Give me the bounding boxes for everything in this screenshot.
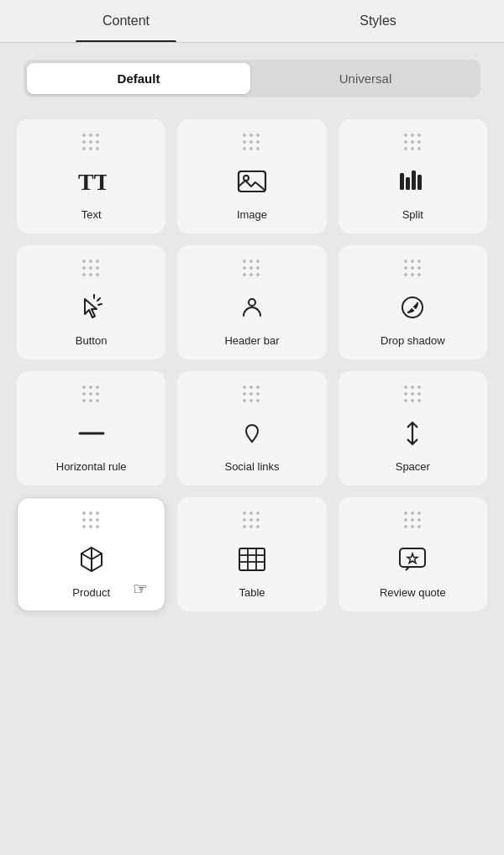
card-headerbar[interactable]: Header bar	[177, 245, 326, 359]
card-reviewquote[interactable]: Review quote	[339, 497, 487, 611]
svg-rect-6	[417, 175, 422, 190]
toggle-universal[interactable]: Universal	[254, 63, 477, 94]
card-label-split: Split	[402, 208, 423, 221]
text-icon: TT	[73, 163, 110, 200]
svg-line-18	[81, 553, 92, 559]
toggle-default[interactable]: Default	[27, 63, 250, 94]
dropshadow-icon	[394, 289, 431, 326]
component-grid: TT Text Image	[0, 111, 504, 628]
split-icon	[394, 163, 431, 200]
card-label-spacer: Spacer	[396, 460, 430, 473]
drag-handle-button	[82, 260, 100, 277]
drag-handle-split	[404, 134, 422, 151]
svg-rect-5	[412, 170, 416, 190]
drag-handle-headerbar	[243, 260, 260, 277]
hrule-icon	[73, 415, 110, 452]
drag-handle-product	[82, 511, 100, 529]
drag-handle-dropshadow	[404, 260, 422, 277]
svg-rect-3	[400, 173, 404, 190]
card-label-headerbar: Header bar	[224, 334, 279, 347]
svg-line-7	[97, 298, 100, 301]
drag-handle-reviewquote	[404, 511, 422, 529]
cursor-hand-icon: ☞	[133, 579, 148, 599]
drag-handle-table	[243, 511, 260, 529]
card-image[interactable]: Image	[177, 119, 326, 233]
card-label-image: Image	[237, 208, 267, 221]
tab-bar: Content Styles	[0, 0, 504, 43]
svg-line-17	[92, 553, 102, 559]
drag-handle-sociallinks	[243, 386, 260, 403]
svg-rect-1	[239, 171, 265, 191]
drag-handle-spacer	[404, 386, 422, 403]
sociallinks-icon	[234, 415, 270, 452]
reviewquote-icon	[394, 541, 431, 578]
drag-handle-text	[82, 134, 100, 151]
svg-rect-20	[239, 548, 265, 570]
card-label-reviewquote: Review quote	[380, 586, 446, 599]
svg-point-2	[244, 176, 249, 181]
card-dropshadow[interactable]: Drop shadow	[339, 245, 487, 359]
card-product[interactable]: Product ☞	[17, 497, 165, 611]
card-label-table: Table	[239, 586, 265, 599]
button-icon	[73, 289, 110, 326]
spacer-icon	[394, 415, 431, 452]
svg-rect-4	[406, 177, 410, 190]
toggle-group: Default Universal	[24, 60, 480, 97]
svg-point-10	[249, 299, 255, 306]
table-icon	[234, 541, 270, 578]
drag-handle-image	[243, 134, 260, 151]
tab-styles[interactable]: Styles	[252, 0, 504, 42]
headerbar-icon	[234, 289, 270, 326]
svg-marker-26	[407, 553, 417, 564]
card-button[interactable]: Button	[17, 245, 165, 359]
card-table[interactable]: Table	[177, 497, 326, 611]
svg-text:TT: TT	[78, 169, 107, 195]
card-hrule[interactable]: Horizontal rule	[17, 371, 165, 485]
drag-handle-hrule	[82, 386, 100, 403]
card-split[interactable]: Split	[339, 119, 487, 233]
product-icon	[73, 541, 110, 578]
card-label-hrule: Horizontal rule	[56, 460, 127, 473]
card-spacer[interactable]: Spacer	[339, 371, 487, 485]
tab-content[interactable]: Content	[0, 0, 252, 42]
card-label-dropshadow: Drop shadow	[381, 334, 445, 347]
card-label-product: Product	[72, 586, 110, 599]
card-label-button: Button	[76, 334, 108, 347]
card-sociallinks[interactable]: Social links	[177, 371, 326, 485]
image-icon	[234, 163, 270, 200]
card-label-sociallinks: Social links	[224, 460, 279, 473]
card-label-text: Text	[81, 208, 102, 221]
svg-line-8	[98, 304, 102, 305]
svg-rect-25	[400, 548, 425, 567]
card-text[interactable]: TT Text	[17, 119, 165, 233]
